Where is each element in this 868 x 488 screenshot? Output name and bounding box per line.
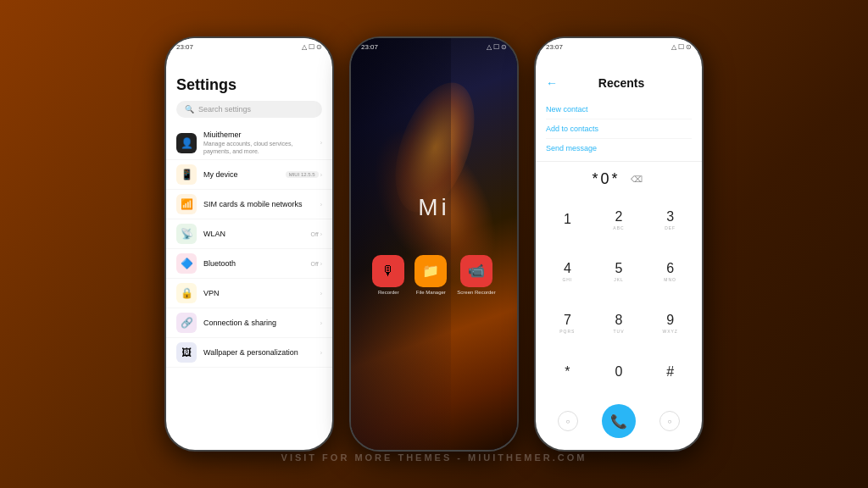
dial-key-1[interactable]: 1 <box>542 195 593 245</box>
screen-recorder-icon: 📹 <box>460 255 492 287</box>
key-5-num: 5 <box>615 261 623 276</box>
chevron-icon: › <box>320 350 322 356</box>
my-device-icon: 📱 <box>176 164 197 185</box>
chevron-icon: › <box>320 140 322 146</box>
dialer-header: ← Recents <box>536 53 702 97</box>
phone-right: 23:07 △ ☐ ⊙ ← Recents New contact Add to… <box>534 36 704 452</box>
app-icon-file-manager[interactable]: 📁 File Manager <box>415 255 447 295</box>
settings-item-miuithemer[interactable]: 👤 Miuithemer Manage accounts, cloud serv… <box>166 126 332 160</box>
dial-side-right[interactable]: ○ <box>659 411 680 431</box>
dial-key-5[interactable]: 5JKL <box>594 247 644 297</box>
wallpaper-icon: 🖼 <box>176 342 197 363</box>
status-icons-left: △ ☐ ⊙ <box>302 43 322 51</box>
settings-item-bluetooth[interactable]: 🔷 Bluetooth Off › <box>166 249 332 279</box>
settings-item-connection[interactable]: 🔗 Connection & sharing › <box>166 308 332 338</box>
wallpaper-content: Wallpaper & personalization <box>203 348 314 357</box>
bluetooth-icon: 🔷 <box>176 253 197 274</box>
key-5-letters: JKL <box>614 277 624 282</box>
dial-key-8[interactable]: 8TUV <box>594 298 644 348</box>
key-9-num: 9 <box>666 313 674 328</box>
new-contact-option[interactable]: New contact <box>546 100 692 119</box>
key-6-letters: MNO <box>664 277 676 282</box>
key-7-num: 7 <box>564 313 571 328</box>
status-icons-center: △ ☐ ⊙ <box>487 43 507 51</box>
chevron-icon: › <box>320 172 322 178</box>
dial-bottom: ○ 📞 ○ <box>536 397 702 450</box>
vpn-right: › <box>320 291 322 297</box>
screen-recorder-label: Screen Recorder <box>457 290 495 295</box>
app-icon-recorder[interactable]: 🎙 Recorder <box>372 255 404 295</box>
my-device-content: My device <box>203 170 279 179</box>
add-to-contacts-option[interactable]: Add to contacts <box>546 119 692 139</box>
dial-side-left[interactable]: ○ <box>558 411 578 431</box>
settings-item-my-device[interactable]: 📱 My device MIUI 12.5.5 › <box>166 160 332 190</box>
settings-item-wlan[interactable]: 📡 WLAN Off › <box>166 219 332 249</box>
miuithemer-right: › <box>320 140 322 146</box>
dial-key-6[interactable]: 6MNO <box>645 247 695 297</box>
key-0-num: 0 <box>615 364 623 380</box>
my-device-right: MIUI 12.5.5 › <box>286 171 322 178</box>
wlan-title: WLAN <box>203 230 303 238</box>
dial-key-star[interactable]: * <box>542 350 593 394</box>
chevron-icon: › <box>320 261 322 267</box>
app-dock: 🎙 Recorder 📁 File Manager 📹 Screen Recor… <box>372 255 495 295</box>
bluetooth-status: Off <box>310 261 318 267</box>
chevron-icon: › <box>320 231 322 237</box>
call-button[interactable]: 📞 <box>602 404 636 438</box>
dial-key-hash[interactable]: # <box>645 350 695 394</box>
status-bar-center: 23:07 △ ☐ ⊙ <box>351 38 517 53</box>
miui-version-badge: MIUI 12.5.5 <box>286 171 319 178</box>
recorder-label: Recorder <box>378 290 399 295</box>
key-6-num: 6 <box>666 261 674 276</box>
sim-cards-title: SIM cards & mobile networks <box>203 200 314 208</box>
my-device-title: My device <box>203 170 279 179</box>
dial-key-0[interactable]: 0 <box>594 350 644 394</box>
file-manager-label: File Manager <box>416 290 446 295</box>
settings-title: Settings <box>176 76 322 94</box>
search-placeholder: Search settings <box>198 105 251 114</box>
connection-icon: 🔗 <box>176 313 197 333</box>
wallpaper-right: › <box>320 350 322 356</box>
bluetooth-content: Bluetooth <box>203 259 303 268</box>
settings-item-wallpaper[interactable]: 🖼 Wallpaper & personalization › <box>166 338 332 368</box>
settings-item-vpn[interactable]: 🔒 VPN › <box>166 279 332 308</box>
wlan-icon: 📡 <box>176 224 197 244</box>
sim-cards-icon: 📶 <box>176 194 197 214</box>
bluetooth-title: Bluetooth <box>203 259 303 268</box>
status-icons-right: △ ☐ ⊙ <box>671 43 692 51</box>
dial-key-2[interactable]: 2ABC <box>594 195 644 245</box>
back-arrow-icon[interactable]: ← <box>546 76 558 90</box>
key-9-letters: WXYZ <box>662 329 677 334</box>
recorder-icon: 🎙 <box>372 255 404 287</box>
wlan-right: Off › <box>310 231 322 237</box>
app-icon-screen-recorder[interactable]: 📹 Screen Recorder <box>457 255 495 295</box>
bluetooth-right: Off › <box>310 261 322 267</box>
phone-left: 23:07 △ ☐ ⊙ Settings 🔍 Search settings 👤… <box>164 36 334 452</box>
home-screen: 23:07 △ ☐ ⊙ Mi 🎙 Recorder 📁 File Manager… <box>351 38 517 450</box>
vpn-title: VPN <box>203 289 314 297</box>
dial-key-7[interactable]: 7PQRS <box>542 298 593 348</box>
key-8-letters: TUV <box>613 329 624 334</box>
settings-screen: 23:07 △ ☐ ⊙ Settings 🔍 Search settings 👤… <box>166 38 332 450</box>
sim-cards-right: › <box>320 202 322 208</box>
miuithemer-content: Miuithemer Manage accounts, cloud servic… <box>203 130 314 155</box>
watermark: VISIT FOR MORE THEMES - MIUITHEMER.COM <box>0 452 868 463</box>
search-icon: 🔍 <box>185 105 194 114</box>
wallpaper-title: Wallpaper & personalization <box>203 348 314 357</box>
send-message-option[interactable]: Send message <box>546 139 692 158</box>
mi-logo: Mi <box>418 194 450 221</box>
search-bar[interactable]: 🔍 Search settings <box>176 101 322 118</box>
connection-title: Connection & sharing <box>203 319 314 327</box>
backspace-button[interactable]: ⌫ <box>627 171 646 187</box>
vpn-content: VPN <box>203 289 314 297</box>
key-4-letters: GHI <box>562 277 572 282</box>
dialer-screen: 23:07 △ ☐ ⊙ ← Recents New contact Add to… <box>536 38 702 450</box>
miuithemer-title: Miuithemer <box>203 130 314 139</box>
center-content: Mi 🎙 Recorder 📁 File Manager 📹 Screen Re… <box>351 38 517 450</box>
settings-item-sim-cards[interactable]: 📶 SIM cards & mobile networks › <box>166 190 332 219</box>
dial-key-3[interactable]: 3DEF <box>645 195 695 245</box>
sim-cards-content: SIM cards & mobile networks <box>203 200 314 208</box>
dial-key-9[interactable]: 9WXYZ <box>645 298 695 348</box>
dial-key-4[interactable]: 4GHI <box>542 247 593 297</box>
chevron-icon: › <box>320 320 322 326</box>
